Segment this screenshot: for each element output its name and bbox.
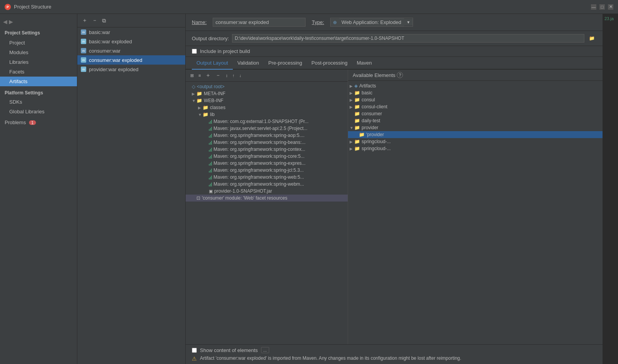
tree-up-btn[interactable]: ↑ [231, 72, 236, 79]
tree-remove-btn[interactable]: － [214, 71, 222, 80]
sidebar-item-facets[interactable]: Facets [0, 67, 77, 77]
tab-validation[interactable]: Validation [233, 57, 264, 70]
lib-label: lib [210, 112, 215, 117]
sidebar-item-sdks[interactable]: SDKs [0, 97, 77, 107]
tab-pre-processing[interactable]: Pre-processing [264, 57, 307, 70]
add-artifact-button[interactable]: ＋ [80, 16, 89, 25]
war-exploded-icon-3: W [80, 66, 87, 72]
tree-sort-btn[interactable]: ↕ [224, 72, 229, 79]
sidebar-item-global-libraries[interactable]: Global Libraries [0, 107, 77, 116]
artifact-item-providerwar-exploded[interactable]: W provider:war exploded [77, 65, 185, 74]
name-label: Name: [192, 19, 207, 25]
tree-node-lib[interactable]: ▼ 📁 lib [186, 111, 348, 118]
folder-icon-provider: 📁 [354, 125, 360, 130]
tree-node-maven-jcl[interactable]: Maven: org.springframework:spring-jcl:5.… [186, 167, 348, 174]
expand-avail-basic: ▶ [350, 91, 353, 95]
folder-icon-basic: 📁 [354, 90, 360, 96]
artifact-item-consumerwar[interactable]: W consumer:war [77, 46, 185, 55]
avail-node-provider-sub[interactable]: 📁 'provider [348, 131, 603, 138]
platform-settings-header: Platform Settings [0, 86, 77, 97]
war-icon: W [80, 29, 87, 35]
nav-forward-icon[interactable]: ▶ [9, 19, 13, 25]
copy-artifact-button[interactable]: ⧉ [101, 17, 108, 25]
avail-basic-label: basic [362, 90, 372, 96]
avail-node-daily-test[interactable]: 📁 daily-test [348, 117, 603, 124]
tree-node-maven-expression[interactable]: Maven: org.springframework:spring-expres… [186, 160, 348, 167]
avail-node-consul[interactable]: ▶ 📁 consul [348, 96, 603, 103]
artifact-item-consumerwar-exploded[interactable]: W consumer:war exploded [77, 55, 185, 65]
include-build-label: Include in project build [200, 48, 250, 54]
expand-lib-icon: ▼ [198, 113, 202, 117]
avail-node-basic[interactable]: ▶ 📁 basic [348, 89, 603, 96]
avail-node-springcloud1[interactable]: ▶ 📁 springcloud-... [348, 138, 603, 145]
type-select-dropdown-icon[interactable]: ▼ [404, 19, 413, 26]
avail-node-consul-client[interactable]: ▶ 📁 consul-client [348, 103, 603, 110]
expand-mvn6 [204, 154, 208, 159]
tree-node-maven-context[interactable]: Maven: org.springframework:spring-contex… [186, 146, 348, 153]
tree-node-maven-core[interactable]: Maven: org.springframework:spring-core:5… [186, 153, 348, 160]
output-dir-input[interactable] [232, 34, 584, 43]
avail-node-consumer[interactable]: 📁 consumer [348, 110, 603, 117]
tree-node-meta-inf[interactable]: ▶ 📁 META-INF [186, 90, 348, 97]
maven-bar-icon-4 [209, 140, 212, 145]
sidebar-item-modules[interactable]: Modules [0, 48, 77, 57]
tree-node-maven-servlet[interactable]: Maven: javax.servlet:servlet-api:2.5 (Pr… [186, 125, 348, 132]
maximize-button[interactable]: □ [599, 4, 605, 10]
show-content-more-button[interactable]: ... [261, 347, 269, 353]
show-content-checkbox[interactable] [192, 348, 197, 353]
maven-servlet-label: Maven: javax.servlet:servlet-api:2.5 (Pr… [213, 126, 307, 131]
bottom-bar: Show content of elements ... ⚠ Artifact … [186, 344, 603, 364]
tree-node-output-root[interactable]: ◇ <output root> [186, 83, 348, 90]
artifact-item-basicwar-exploded[interactable]: W basic:war exploded [77, 37, 185, 46]
problems-label: Problems [5, 120, 26, 125]
sidebar-item-libraries[interactable]: Libraries [0, 57, 77, 67]
tree-node-maven-aop[interactable]: Maven: org.springframework:spring-aop:5.… [186, 132, 348, 139]
browse-output-dir-button[interactable]: 📁 [587, 35, 596, 42]
artifact-item-basicwar[interactable]: W basic:war [77, 27, 185, 37]
type-select[interactable]: Web Application: Exploded [339, 18, 404, 26]
avail-node-provider[interactable]: ▼ 📁 provider [348, 124, 603, 131]
tree-node-maven-beans[interactable]: Maven: org.springframework:spring-beans:… [186, 139, 348, 146]
tree-node-maven-webmvc[interactable]: Maven: org.springframework:spring-webm..… [186, 181, 348, 188]
include-build-checkbox[interactable] [192, 49, 197, 54]
expand-avail-consumer [350, 112, 353, 116]
tree-node-maven-web[interactable]: Maven: org.springframework:spring-web:5.… [186, 174, 348, 181]
sidebar-item-project[interactable]: Project [0, 38, 77, 48]
maven-bar-icon-10 [209, 182, 212, 186]
maven-aop-label: Maven: org.springframework:spring-aop:5.… [213, 133, 304, 138]
maven-cg-label: Maven: com.cg:external:1.0-SNAPSHOT (Pr.… [213, 119, 309, 124]
avail-node-artifacts[interactable]: ▶ ◈ Artifacts [348, 82, 603, 89]
help-icon[interactable]: ? [397, 72, 403, 78]
sidebar: ◀ ▶ Project Settings Project Modules Lib… [0, 14, 77, 364]
tree-add-btn[interactable]: ＋ [204, 71, 212, 80]
folder-icon-consumer: 📁 [354, 111, 360, 116]
close-button[interactable]: ✕ [608, 4, 613, 10]
tab-output-layout[interactable]: Output Layout [192, 57, 233, 70]
available-panel: Available Elements ? ▶ ◈ Artifacts ▶ 📁 b… [348, 70, 603, 344]
tree-node-classes[interactable]: ▶ 📁 classes [186, 104, 348, 111]
tree-tool-btn-1[interactable]: ⊞ [189, 72, 195, 79]
folder-icon-sc1: 📁 [354, 139, 360, 144]
sidebar-item-artifacts[interactable]: Artifacts [0, 77, 77, 86]
war-icon-2: W [80, 48, 87, 54]
tree-node-consumer-module[interactable]: ⊡ 'consumer' module: 'Web' facet resourc… [186, 195, 348, 202]
name-input[interactable] [213, 18, 306, 27]
tree-down-btn[interactable]: ↓ [237, 72, 243, 79]
nav-back-icon[interactable]: ◀ [3, 19, 7, 25]
problems-section[interactable]: Problems 1 [0, 116, 77, 128]
tree-node-maven-cg[interactable]: Maven: com.cg:external:1.0-SNAPSHOT (Pr.… [186, 118, 348, 125]
tab-maven[interactable]: Maven [352, 57, 376, 70]
expand-avail-daily [350, 119, 353, 123]
tree-node-provider-jar[interactable]: ▣ provider-1.0-SNAPSHOT.jar [186, 188, 348, 195]
minimize-button[interactable]: — [591, 4, 596, 10]
classes-label: classes [210, 105, 225, 110]
main-content: Name: Type: ⊕ Web Application: Exploded … [186, 14, 603, 364]
remove-artifact-button[interactable]: － [90, 16, 99, 25]
tab-post-processing[interactable]: Post-processing [307, 57, 352, 70]
avail-consul-client-label: consul-client [362, 104, 388, 109]
tree-node-web-inf[interactable]: ▼ 📁 WEB-INF [186, 97, 348, 104]
expand-mvn4 [204, 140, 208, 145]
avail-node-springcloud2[interactable]: ▶ 📁 springcloud-... [348, 145, 603, 152]
folder-icon-webinf: 📁 [196, 98, 202, 103]
tree-tool-btn-2[interactable]: ≡ [197, 72, 202, 79]
